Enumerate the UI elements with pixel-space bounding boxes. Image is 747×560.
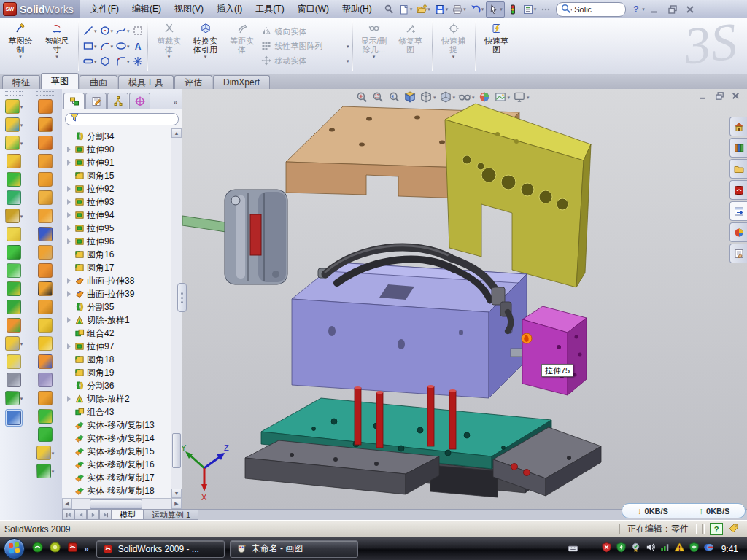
- tab-曲面[interactable]: 曲面: [80, 75, 117, 89]
- tree-item[interactable]: 拉伸97: [65, 340, 171, 353]
- quick-tips-icon[interactable]: ?: [710, 523, 723, 535]
- tray-sync-button[interactable]: [703, 542, 714, 556]
- tree-tab-property-manager[interactable]: [85, 93, 107, 109]
- dropdown-caret-icon[interactable]: ▾: [410, 7, 413, 12]
- dropdown-caret-icon[interactable]: ▾: [55, 54, 58, 59]
- circle-tool[interactable]: ▾: [98, 23, 115, 39]
- expander-icon[interactable]: [67, 238, 71, 244]
- expander-icon[interactable]: [67, 147, 71, 152]
- taskpane-props-tab[interactable]: [729, 244, 747, 263]
- text-tool[interactable]: A: [131, 39, 144, 54]
- tree-item[interactable]: 实体-移动/复制17: [65, 471, 171, 484]
- tab-草图[interactable]: 草图: [41, 73, 79, 89]
- point-tool[interactable]: [131, 54, 144, 69]
- tray-warning-button[interactable]: [674, 542, 685, 556]
- tool-shut-off-surface-button[interactable]: [38, 281, 53, 296]
- tool-swept-boss-button[interactable]: [7, 154, 21, 168]
- tree-item[interactable]: 组合43: [65, 405, 171, 419]
- scroll-left-icon[interactable]: ◀: [62, 499, 72, 509]
- menu-3[interactable]: 插入(I): [210, 0, 249, 18]
- tree-item[interactable]: 切除-放样2: [65, 392, 171, 405]
- tool-curve-button[interactable]: ▾: [5, 391, 23, 405]
- hscroll-thumb[interactable]: [90, 499, 142, 509]
- dropdown-caret-icon[interactable]: ▾: [20, 141, 23, 146]
- tree-item[interactable]: 分割36: [65, 379, 171, 392]
- tree-item[interactable]: 圆角19: [65, 366, 171, 379]
- tool-fillet-surface-button[interactable]: [38, 409, 53, 424]
- dropdown-caret-icon[interactable]: ▾: [500, 7, 503, 12]
- insert-block[interactable]: [522, 306, 587, 395]
- tool-dome-button[interactable]: [7, 263, 21, 278]
- taskbar-task-task-paint[interactable]: 未命名 - 画图: [230, 540, 358, 558]
- scroll-right-icon[interactable]: ▶: [171, 499, 182, 509]
- dropdown-caret-icon[interactable]: ▾: [427, 7, 430, 12]
- quick-launch-overflow[interactable]: »: [84, 544, 89, 554]
- tool-delete-body-button[interactable]: [7, 354, 21, 369]
- dropdown-caret-icon[interactable]: ▾: [111, 44, 114, 49]
- ellipse-tool[interactable]: ▾: [115, 39, 131, 54]
- taskpane-resources-tab[interactable]: [729, 180, 747, 200]
- dropdown-caret-icon[interactable]: ▾: [534, 7, 537, 12]
- tree-horizontal-scrollbar[interactable]: ◀ ▶: [62, 498, 182, 509]
- sketch-fillet-tool[interactable]: ▾: [115, 54, 131, 69]
- dropdown-caret-icon[interactable]: ▾: [168, 54, 171, 59]
- dropdown-caret-icon[interactable]: ▾: [453, 95, 456, 100]
- dropdown-caret-icon[interactable]: ▾: [508, 95, 511, 100]
- tool-revolve-surface-button[interactable]: [38, 117, 53, 132]
- nav-first-button[interactable]: [62, 510, 74, 520]
- tool-tooling-box-button[interactable]: [38, 318, 53, 332]
- tool-cavity-button[interactable]: [38, 373, 53, 387]
- tree-item[interactable]: 实体-移动/复制13: [65, 419, 171, 432]
- tray-antivirus-button[interactable]: [601, 542, 612, 556]
- tab-DimXpert[interactable]: DimXpert: [213, 75, 270, 89]
- zoomfit-button[interactable]: [355, 90, 369, 104]
- select-arrow-button[interactable]: ▾: [486, 1, 505, 18]
- tab-评估[interactable]: 评估: [174, 75, 212, 89]
- tool-fillet-button[interactable]: ▾: [5, 136, 23, 150]
- menu-5[interactable]: 窗口(W): [291, 0, 336, 18]
- dropdown-caret-icon[interactable]: ▾: [94, 28, 97, 34]
- slot-tool[interactable]: ▾: [82, 54, 98, 69]
- tree-item[interactable]: 拉伸94: [65, 209, 171, 222]
- scroll-down-icon[interactable]: ▼: [171, 489, 182, 498]
- options-button[interactable]: ▾: [521, 2, 538, 17]
- taskpane-explorer-tab[interactable]: [729, 159, 747, 179]
- tree-item[interactable]: 实体-移动/复制14: [65, 432, 171, 445]
- document-restore-button[interactable]: [714, 90, 725, 104]
- scroll-up-icon[interactable]: ▲: [171, 128, 182, 138]
- expander-icon[interactable]: [67, 343, 71, 349]
- expander-icon[interactable]: [67, 212, 71, 218]
- ribbon-convert-entities-button[interactable]: 转换实体引用▾: [187, 20, 224, 72]
- taskpane-library-tab[interactable]: [729, 138, 747, 158]
- panel-splitter-handle[interactable]: [177, 283, 187, 312]
- ribbon-smart-dimension-button[interactable]: 智能尺寸▾: [39, 20, 75, 72]
- tree-item[interactable]: 拉伸90: [65, 143, 171, 156]
- tool-move-copy-body-button[interactable]: [7, 318, 21, 332]
- dropdown-caret-icon[interactable]: ▾: [20, 104, 23, 109]
- appearance-button[interactable]: [477, 90, 492, 104]
- tool-rib-button[interactable]: [7, 227, 21, 241]
- rectangle-tool[interactable]: ▾: [82, 39, 98, 54]
- dropdown-caret-icon[interactable]: ▾: [481, 7, 484, 12]
- tool-knit-surface-button[interactable]: [38, 245, 53, 260]
- dropdown-caret-icon[interactable]: ▾: [127, 44, 130, 49]
- dropdown-caret-icon[interactable]: ▾: [472, 95, 475, 100]
- window-min-button[interactable]: [648, 2, 662, 17]
- tool-extruded-boss-button[interactable]: ▾: [5, 99, 23, 114]
- tool-undercut-analysis-button[interactable]: [38, 172, 53, 187]
- tab-模具工具[interactable]: 模具工具: [118, 75, 174, 89]
- displaystyle-button[interactable]: ▾: [438, 90, 457, 104]
- tool-extruded-cut-button[interactable]: ▾: [5, 117, 23, 132]
- tool-core-pin-button[interactable]: [38, 354, 53, 369]
- tree-tabs-more[interactable]: »: [173, 98, 180, 109]
- dropdown-caret-icon[interactable]: ▾: [452, 54, 455, 59]
- tree-tab-configuration-manager[interactable]: [107, 93, 128, 109]
- red-insert[interactable]: [250, 214, 261, 255]
- expander-icon[interactable]: [67, 225, 71, 231]
- start-button[interactable]: [4, 538, 25, 559]
- expander-icon[interactable]: [67, 186, 71, 192]
- tool-spiral-curve-button[interactable]: ▾: [36, 464, 55, 478]
- tree-tab-dimxpert-manager[interactable]: [129, 93, 150, 109]
- arc-tool[interactable]: ▾: [98, 39, 115, 54]
- expander-icon[interactable]: [67, 160, 71, 166]
